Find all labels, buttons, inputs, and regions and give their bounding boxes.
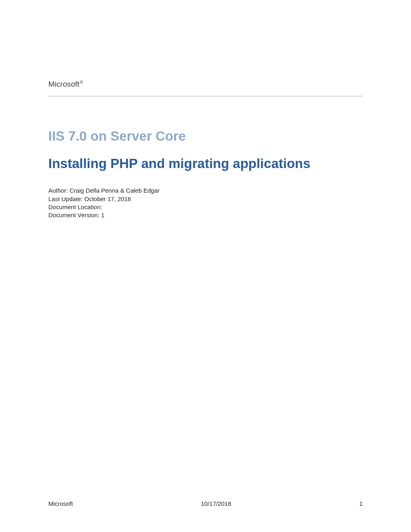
footer-left: Microsoft — [48, 500, 73, 507]
meta-location: Document Location: — [48, 203, 363, 211]
brand-line: Microsoft® — [48, 80, 363, 89]
meta-author: Author: Craig Della Penna & Caleb Edgar — [48, 187, 363, 195]
page-footer: Microsoft 10/17/2018 1 — [48, 500, 363, 507]
meta-version: Document Version: 1 — [48, 211, 363, 219]
footer-center: 10/17/2018 — [201, 500, 231, 507]
document-page: Microsoft® IIS 7.0 on Server Core Instal… — [0, 0, 411, 532]
title-main: Installing PHP and migrating application… — [48, 156, 363, 171]
footer-page-number: 1 — [359, 500, 363, 507]
brand-name: Microsoft — [48, 80, 79, 88]
meta-last-update: Last Update: October 17, 2018 — [48, 195, 363, 203]
document-meta: Author: Craig Della Penna & Caleb Edgar … — [48, 187, 363, 219]
title-subject: IIS 7.0 on Server Core — [48, 129, 363, 144]
registered-mark: ® — [80, 80, 83, 85]
header-divider — [48, 96, 363, 96]
